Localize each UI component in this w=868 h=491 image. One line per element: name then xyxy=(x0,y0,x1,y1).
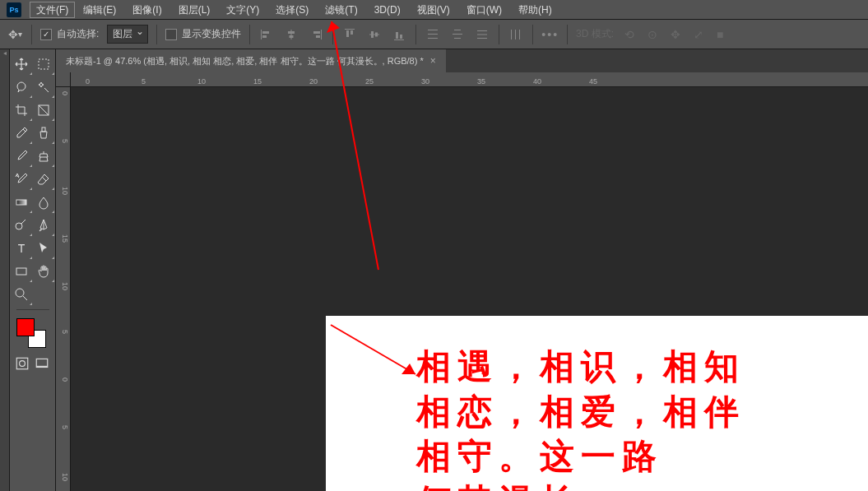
canvas-viewport[interactable]: 相遇，相识，相知 相恋，相爱，相伴 相守。这一路 何其漫长 xyxy=(71,87,868,491)
3d-slide-icon[interactable]: ⤢ xyxy=(691,28,706,41)
svg-rect-25 xyxy=(477,34,487,35)
align-left-icon[interactable] xyxy=(258,26,275,43)
svg-rect-12 xyxy=(369,34,379,35)
menu-3d[interactable]: 3D(D) xyxy=(366,0,409,20)
menu-window[interactable]: 窗口(W) xyxy=(458,0,510,20)
crop-tool[interactable] xyxy=(10,99,33,122)
3d-mode-label: 3D 模式: xyxy=(576,27,614,41)
path-selection-tool[interactable] xyxy=(33,237,56,260)
move-tool[interactable] xyxy=(10,53,33,76)
auto-select-label: 自动选择: xyxy=(57,27,99,41)
distribute-left-icon[interactable] xyxy=(508,26,524,43)
menu-select[interactable]: 选择(S) xyxy=(267,0,317,20)
screen-mode-icon[interactable] xyxy=(35,356,49,371)
svg-rect-7 xyxy=(313,31,320,34)
svg-rect-13 xyxy=(371,31,374,38)
blur-tool[interactable] xyxy=(33,191,56,214)
close-tab-icon[interactable]: × xyxy=(430,55,436,67)
menu-layer[interactable]: 图层(L) xyxy=(170,0,219,20)
more-options-icon[interactable]: ••• xyxy=(541,28,559,41)
3d-roll-icon[interactable]: ⊙ xyxy=(645,28,660,41)
distribute-center-v-icon[interactable] xyxy=(449,26,466,43)
history-brush-tool[interactable] xyxy=(10,168,33,191)
svg-rect-0 xyxy=(261,30,262,39)
clone-stamp-tool[interactable] xyxy=(33,145,56,168)
svg-rect-30 xyxy=(39,59,49,69)
svg-rect-29 xyxy=(519,30,520,39)
type-tool[interactable]: T xyxy=(10,237,33,260)
svg-rect-24 xyxy=(477,30,487,31)
svg-rect-16 xyxy=(396,32,398,39)
menu-type[interactable]: 文字(Y) xyxy=(218,0,267,20)
document-tabs: 未标题-1 @ 47.6% (相遇, 相识, 相知 相恋, 相爱, 相伴 相守。… xyxy=(56,49,868,72)
svg-rect-38 xyxy=(16,358,28,369)
auto-select-checkbox[interactable] xyxy=(40,29,52,40)
show-transform-checkbox[interactable] xyxy=(165,29,177,40)
svg-rect-8 xyxy=(316,35,320,38)
app-logo: Ps xyxy=(7,2,21,17)
collapse-bar[interactable]: ◂ xyxy=(0,49,10,491)
svg-rect-19 xyxy=(428,34,438,35)
options-bar: ✥▾ 自动选择: 图层 显示变换控件 ••• 3D 模式: ⟲ ⊙ ✥ ⤢ ■ xyxy=(0,20,868,49)
ruler-vertical[interactable]: 0510151050510 xyxy=(56,87,71,491)
menu-help[interactable]: 帮助(H) xyxy=(510,0,560,20)
svg-rect-4 xyxy=(288,31,295,34)
slice-tool[interactable] xyxy=(33,99,56,122)
svg-rect-3 xyxy=(291,30,292,39)
ruler-horizontal[interactable]: 5051015202530354045 xyxy=(71,72,868,87)
brush-tool[interactable] xyxy=(10,145,33,168)
menu-file[interactable]: 文件(F) xyxy=(30,2,75,18)
svg-rect-15 xyxy=(394,39,404,40)
canvas-text-layer[interactable]: 相遇，相识，相知 相恋，相爱，相伴 相守。这一路 何其漫长 xyxy=(416,345,745,491)
distribute-top-icon[interactable] xyxy=(425,26,441,43)
svg-rect-2 xyxy=(262,35,267,38)
svg-rect-22 xyxy=(453,34,462,35)
menu-filter[interactable]: 滤镜(T) xyxy=(317,0,365,20)
color-swatches[interactable] xyxy=(10,313,55,353)
marquee-tool[interactable] xyxy=(33,53,56,76)
svg-rect-6 xyxy=(321,30,322,39)
pen-tool[interactable] xyxy=(33,214,56,237)
svg-point-37 xyxy=(16,289,24,297)
foreground-color[interactable] xyxy=(16,318,35,336)
healing-brush-tool[interactable] xyxy=(33,122,56,145)
gradient-tool[interactable] xyxy=(10,191,33,214)
eraser-tool[interactable] xyxy=(33,168,56,191)
distribute-bottom-icon[interactable] xyxy=(474,26,490,43)
menu-view[interactable]: 视图(V) xyxy=(409,0,458,20)
document-tab-title: 未标题-1 @ 47.6% (相遇, 相识, 相知 相恋, 相爱, 相伴 相守。… xyxy=(66,55,424,67)
3d-pan-icon[interactable]: ✥ xyxy=(668,28,683,41)
text-line-1: 相遇，相识，相知 xyxy=(416,345,745,390)
text-line-3: 相守。这一路 xyxy=(416,434,745,479)
eyedropper-tool[interactable] xyxy=(10,122,33,145)
dodge-tool[interactable] xyxy=(10,214,33,237)
menubar: Ps 文件(F) 编辑(E) 图像(I) 图层(L) 文字(Y) 选择(S) 滤… xyxy=(0,0,868,20)
lasso-tool[interactable] xyxy=(10,76,33,99)
svg-rect-5 xyxy=(290,35,294,38)
align-right-icon[interactable] xyxy=(308,26,324,43)
align-center-h-icon[interactable] xyxy=(283,26,299,43)
quick-mask-icon[interactable] xyxy=(15,356,30,371)
canvas[interactable]: 相遇，相识，相知 相恋，相爱，相伴 相守。这一路 何其漫长 xyxy=(326,316,868,491)
magic-wand-tool[interactable] xyxy=(33,76,56,99)
move-tool-icon[interactable]: ✥▾ xyxy=(7,26,23,43)
align-center-v-icon[interactable] xyxy=(366,26,383,43)
3d-orbit-icon[interactable]: ⟲ xyxy=(622,28,637,41)
svg-point-39 xyxy=(20,361,26,367)
hand-tool[interactable] xyxy=(33,260,56,283)
zoom-tool[interactable] xyxy=(10,283,33,306)
auto-select-dropdown[interactable]: 图层 xyxy=(107,25,148,44)
ruler-corner[interactable] xyxy=(56,72,71,87)
document-tab[interactable]: 未标题-1 @ 47.6% (相遇, 相识, 相知 相恋, 相爱, 相伴 相守。… xyxy=(56,49,446,72)
rectangle-tool[interactable] xyxy=(10,260,33,283)
align-top-icon[interactable] xyxy=(341,26,358,43)
menu-image[interactable]: 图像(I) xyxy=(124,0,169,20)
3d-zoom-icon[interactable]: ■ xyxy=(714,28,726,41)
svg-rect-11 xyxy=(350,30,353,35)
svg-rect-10 xyxy=(346,30,349,37)
align-bottom-icon[interactable] xyxy=(391,26,407,43)
show-transform-label: 显示变换控件 xyxy=(182,27,241,41)
svg-rect-18 xyxy=(428,30,438,30)
text-line-2: 相恋，相爱，相伴 xyxy=(416,390,745,435)
menu-edit[interactable]: 编辑(E) xyxy=(75,0,124,20)
